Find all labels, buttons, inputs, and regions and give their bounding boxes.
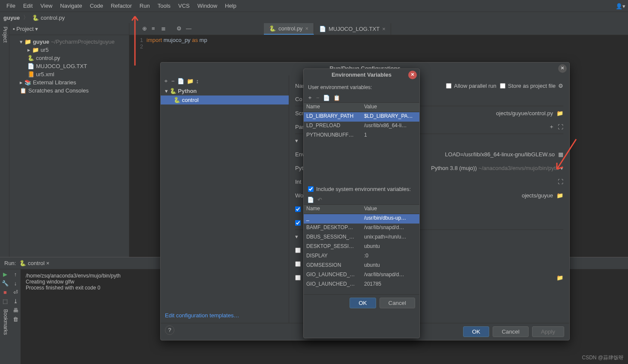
menu-vcs[interactable]: VCS: [175, 1, 193, 10]
user-icon[interactable]: 👤▾: [616, 3, 625, 9]
menu-code[interactable]: Code: [87, 1, 106, 10]
browse-icon[interactable]: 📁: [556, 192, 563, 199]
breadcrumb-project[interactable]: guyue: [3, 15, 20, 21]
checkbox-d[interactable]: [295, 261, 301, 267]
python-interpreter-field[interactable]: Python 3.8 (mujo)) ~/anaconda3/envs/mujo…: [431, 165, 563, 171]
scroll-icon[interactable]: ⤓: [13, 298, 18, 304]
script-path-field[interactable]: ojects/guyue/control.py: [496, 110, 553, 116]
ok-button[interactable]: OK: [463, 326, 489, 337]
breadcrumb-file[interactable]: 🐍 control.py: [32, 15, 65, 21]
ok-button[interactable]: OK: [350, 298, 376, 308]
config-tab[interactable]: Co: [295, 96, 302, 102]
folder-icon[interactable]: 📁: [187, 78, 194, 84]
remove-icon[interactable]: −: [171, 78, 175, 84]
revert-icon[interactable]: ↶: [317, 197, 322, 203]
close-icon[interactable]: ×: [558, 64, 567, 73]
checkbox-b[interactable]: [295, 220, 301, 226]
menu-tools[interactable]: Tools: [155, 1, 173, 10]
tab-control-py[interactable]: 🐍 control.py ×: [264, 23, 314, 35]
col-value-header[interactable]: Value: [362, 103, 419, 112]
col-name-header[interactable]: Name: [304, 205, 362, 214]
code-line[interactable]: import mujoco_py as mp: [147, 37, 207, 43]
table-row[interactable]: DBUS_SESSION_…unix:path=/run/u…: [304, 233, 419, 242]
close-icon[interactable]: ×: [305, 25, 308, 32]
tree-folder-ur5[interactable]: ▸ 📁 ur5: [11, 46, 127, 54]
trash-icon[interactable]: 🗑: [13, 316, 18, 322]
checkbox-a[interactable]: [295, 206, 301, 212]
add-icon[interactable]: ＋: [549, 123, 554, 131]
up-icon[interactable]: ↑: [14, 271, 17, 277]
table-row[interactable]: GDMSESSIONubuntu: [304, 261, 419, 271]
project-panel-title[interactable]: ▪ Project ▾: [13, 26, 38, 32]
remove-icon[interactable]: −: [316, 95, 320, 101]
table-row[interactable]: GIO_LAUNCHED_…201785: [304, 280, 419, 289]
target-icon[interactable]: ⊕: [142, 25, 150, 33]
tree-scratches[interactable]: 📋 Scratches and Consoles: [11, 87, 127, 95]
copy-icon[interactable]: 📄: [307, 197, 314, 203]
table-row[interactable]: _/usr/bin/dbus-up…: [304, 214, 419, 224]
expand-icon[interactable]: ≡: [152, 25, 159, 33]
browse-icon[interactable]: 📁: [556, 110, 563, 116]
edit-templates-link[interactable]: Edit configuration templates…: [165, 312, 239, 319]
menu-refactor[interactable]: Refactor: [108, 1, 135, 10]
col-value-header[interactable]: Value: [362, 205, 419, 214]
menu-run[interactable]: Run: [137, 1, 153, 10]
table-row[interactable]: DESKTOP_SESSI…ubuntu: [304, 242, 419, 252]
col-name-header[interactable]: Name: [304, 103, 362, 112]
wrap-icon[interactable]: ⏎: [13, 289, 18, 295]
exit-icon[interactable]: ⬚: [3, 298, 8, 304]
menu-edit[interactable]: Edit: [20, 1, 36, 10]
store-project-checkbox[interactable]: Store as project file ⚙: [500, 83, 563, 89]
menu-file[interactable]: File: [3, 1, 18, 10]
close-icon[interactable]: ×: [382, 26, 386, 32]
expand-icon[interactable]: ⛶: [558, 124, 563, 130]
tree-root[interactable]: ▾ 📁 guyue ~/PycharmProjects/guyue: [11, 38, 127, 46]
tree-file-ur5-xml[interactable]: 📙 ur5.xml: [11, 70, 127, 78]
config-tree-python[interactable]: ▾ 🐍 Python: [161, 87, 289, 95]
browse-icon[interactable]: 📁: [556, 274, 563, 281]
copy-icon[interactable]: 📄: [177, 78, 184, 84]
close-icon[interactable]: ×: [408, 71, 417, 79]
config-tree-control[interactable]: 🐍 control: [161, 95, 289, 104]
menu-help[interactable]: Help: [222, 1, 239, 10]
tree-external-libs[interactable]: ▸ 📚 External Libraries: [11, 78, 127, 87]
table-row[interactable]: LD_PRELOAD/usr/lib/x86_64-li…: [304, 122, 419, 131]
env-vars-field[interactable]: LOAD=/usr/lib/x86_64-linux-gnu/libGLEW.s…: [445, 151, 555, 158]
menu-window[interactable]: Window: [194, 1, 220, 10]
tree-file-mujoco-log[interactable]: 📄 MUJOCO_LOG.TXT: [11, 62, 127, 70]
gear-icon[interactable]: ⚙: [176, 25, 184, 33]
expand-icon[interactable]: ⛶: [558, 179, 563, 185]
cancel-button[interactable]: Cancel: [380, 298, 416, 308]
run-config-name[interactable]: 🐍 control ×: [19, 260, 49, 266]
apply-button[interactable]: Apply: [532, 326, 564, 337]
checkbox-e[interactable]: [295, 275, 301, 280]
include-system-checkbox[interactable]: [308, 186, 314, 192]
bookmarks-sidetab[interactable]: Bookmarks: [0, 306, 9, 338]
table-row[interactable]: BAMF_DESKTOP…/var/lib/snapd/d…: [304, 224, 419, 233]
menu-view[interactable]: View: [37, 1, 55, 10]
down-icon[interactable]: ↓: [14, 280, 17, 286]
tree-file-control[interactable]: 🐍 control.py: [11, 54, 127, 62]
help-icon[interactable]: ?: [165, 325, 174, 335]
tab-mujoco-log[interactable]: 📄 MUJOCO_LOG.TXT ×: [314, 23, 391, 35]
print-icon[interactable]: 🖶: [13, 307, 18, 313]
add-icon[interactable]: ＋: [163, 77, 169, 85]
menu-navigate[interactable]: Navigate: [57, 1, 85, 10]
sort-icon[interactable]: ↕: [196, 78, 199, 84]
wrench-icon[interactable]: 🔧: [2, 280, 9, 286]
run-icon[interactable]: ▶: [3, 271, 7, 277]
cancel-button[interactable]: Cancel: [493, 326, 529, 337]
hide-icon[interactable]: —: [186, 25, 194, 33]
add-icon[interactable]: ＋: [307, 94, 313, 101]
table-row[interactable]: LD_LIBRARY_PATH$LD_LIBRARY_PA…: [304, 112, 419, 122]
stop-icon[interactable]: ■: [3, 289, 7, 295]
paste-icon[interactable]: 📋: [333, 95, 340, 101]
env-browse-icon[interactable]: ▦: [558, 151, 563, 158]
copy-icon[interactable]: 📄: [323, 95, 330, 101]
table-row[interactable]: DISPLAY:0: [304, 252, 419, 261]
table-row[interactable]: GIO_LAUNCHED_…/var/lib/snapd/d…: [304, 271, 419, 280]
collapse-icon[interactable]: ≣: [161, 25, 169, 33]
allow-parallel-checkbox[interactable]: Allow parallel run: [446, 83, 496, 89]
workdir-field[interactable]: ojects/guyue: [522, 192, 553, 199]
table-row[interactable]: PYTHONUNBUFF…1: [304, 131, 419, 140]
